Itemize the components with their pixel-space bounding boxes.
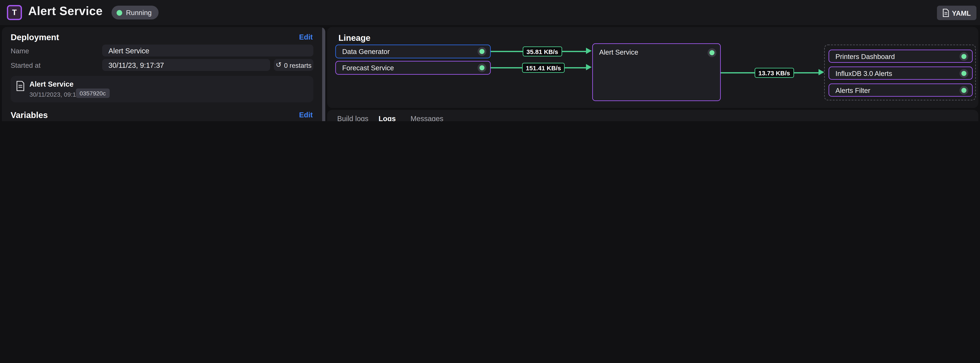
lineage-node-data-generator[interactable]: Data Generator xyxy=(335,45,491,58)
restarts-button[interactable]: ↺ 0 restarts xyxy=(274,59,313,71)
commit-title: Alert Service xyxy=(29,80,73,88)
app-logo-icon: T xyxy=(7,5,22,20)
commit-hash-badge: 0357920c xyxy=(76,88,110,98)
status-badge-label: Running xyxy=(126,9,152,16)
lineage-panel: Lineage 35.81 KB/s 151.41 KB/s 13.73 KB/… xyxy=(327,27,978,108)
deployment-commit-card[interactable]: Alert Service 30/11/2023, 09:17 0357920c xyxy=(11,76,313,102)
lineage-node-influxdb-alerts[interactable]: InfluxDB 3.0 Alerts xyxy=(829,67,973,80)
edge-throughput-badge: 35.81 KB/s xyxy=(523,46,562,56)
node-status-icon xyxy=(477,63,486,72)
edge-arrowhead-icon xyxy=(586,64,592,70)
deployment-edit-link[interactable]: Edit xyxy=(299,33,313,41)
app-logo-letter: T xyxy=(12,8,17,17)
node-label: Printers Dashboard xyxy=(835,53,895,60)
node-label: Alerts Filter xyxy=(835,86,870,94)
node-label: Data Generator xyxy=(342,48,390,55)
node-status-icon xyxy=(959,69,968,78)
status-running-dot-icon xyxy=(116,10,122,16)
commit-date: 30/11/2023, 09:17 xyxy=(29,91,80,98)
variables-edit-link[interactable]: Edit xyxy=(299,111,313,118)
lineage-node-alerts-filter[interactable]: Alerts Filter xyxy=(829,83,973,97)
node-status-icon xyxy=(708,48,716,57)
document-icon xyxy=(943,9,949,17)
node-label: Forecast Service xyxy=(342,64,394,72)
started-at-value: 30/11/23, 9:17:37 xyxy=(108,61,164,69)
name-label: Name xyxy=(11,47,29,54)
deployment-panel: Deployment Edit Name Alert Service Start… xyxy=(2,27,325,121)
lineage-section-title: Lineage xyxy=(339,33,371,43)
edge-arrowhead-icon xyxy=(819,69,824,75)
top-bar: T Alert Service Running YAML xyxy=(0,0,980,25)
started-at-label: Started at xyxy=(11,61,41,69)
deployment-section-title: Deployment xyxy=(11,33,59,42)
node-status-icon xyxy=(959,52,968,61)
deployment-name-field: Alert Service xyxy=(102,45,313,56)
yaml-button[interactable]: YAML xyxy=(937,6,977,20)
tab-logs[interactable]: Logs xyxy=(379,115,396,121)
edge-arrowhead-icon xyxy=(586,48,592,54)
edge-throughput-badge: 151.41 KB/s xyxy=(522,63,565,73)
status-badge: Running xyxy=(111,6,159,19)
deployment-name-value: Alert Service xyxy=(108,47,150,54)
edge-throughput-badge: 13.73 KB/s xyxy=(754,68,794,78)
logs-panel: Build logs Logs Messages replica: 0 ▼ CP… xyxy=(327,110,978,121)
node-status-icon xyxy=(477,47,486,56)
document-icon xyxy=(16,81,24,91)
node-label: InfluxDB 3.0 Alerts xyxy=(835,69,892,77)
page-title: Alert Service xyxy=(28,5,103,18)
lineage-output-group: Printers Dashboard InfluxDB 3.0 Alerts A… xyxy=(824,45,976,101)
tab-build-logs[interactable]: Build logs xyxy=(337,115,369,121)
variables-section-title: Variables xyxy=(11,110,48,120)
lineage-node-forecast-service[interactable]: Forecast Service xyxy=(335,61,491,75)
started-at-field: 30/11/23, 9:17:37 xyxy=(102,59,270,71)
yaml-button-label: YAML xyxy=(952,9,971,17)
app-window: T Alert Service Running YAML Deployment … xyxy=(0,0,980,121)
node-status-icon xyxy=(959,86,968,94)
tab-messages[interactable]: Messages xyxy=(410,115,443,121)
lineage-node-alert-service[interactable]: Alert Service xyxy=(592,43,721,101)
lineage-node-printers-dashboard[interactable]: Printers Dashboard xyxy=(829,50,973,63)
left-panel-scrollbar[interactable] xyxy=(322,27,325,121)
restart-icon: ↺ xyxy=(276,61,282,69)
restarts-label: 0 restarts xyxy=(284,61,312,69)
node-label: Alert Service xyxy=(599,48,638,56)
